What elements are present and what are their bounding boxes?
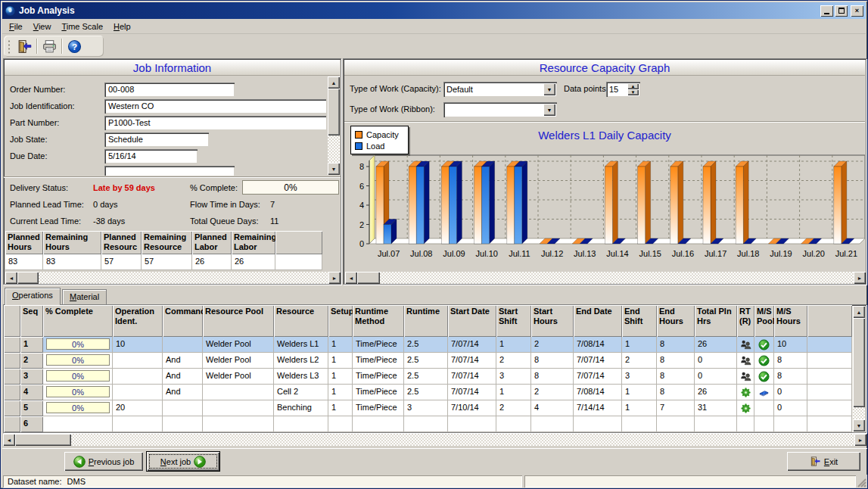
- cell-r1c9[interactable]: 2.5: [404, 337, 448, 353]
- scroll-down-icon[interactable]: ▼: [853, 419, 865, 431]
- ms-hours-cell-3[interactable]: 8: [774, 369, 807, 385]
- cell-r2c6[interactable]: Welders L2: [274, 353, 328, 369]
- cell-r6c7[interactable]: [328, 416, 353, 432]
- cell-r2c5[interactable]: Welder Pool: [203, 353, 274, 369]
- cell-r4c9[interactable]: 2.5: [404, 385, 448, 400]
- cell-r2c15[interactable]: 8: [657, 353, 695, 369]
- cell-r4c13[interactable]: 7/08/14: [574, 385, 622, 400]
- menu-item-view[interactable]: View: [28, 20, 57, 33]
- cell-r6c10[interactable]: [448, 416, 496, 432]
- cell-r6c9[interactable]: [404, 416, 448, 432]
- cell-r2c9[interactable]: 2.5: [404, 353, 448, 369]
- cell-r3c4[interactable]: And: [163, 369, 203, 385]
- cell-r2c12[interactable]: 8: [531, 353, 574, 369]
- rt-icon-cell-5[interactable]: [737, 400, 754, 416]
- cell-r6c16[interactable]: [695, 416, 737, 432]
- cell-r3c8[interactable]: Time/Piece: [353, 369, 404, 385]
- scroll-up-icon[interactable]: ▲: [328, 76, 340, 89]
- cell-r6c4[interactable]: [163, 416, 203, 432]
- col-header-10[interactable]: Start Date: [448, 305, 496, 337]
- cell-r3c3[interactable]: [113, 369, 163, 385]
- cell-r5c15[interactable]: 7: [657, 400, 695, 416]
- cell-r4c15[interactable]: 8: [657, 385, 695, 400]
- cell-r1c16[interactable]: 26: [695, 337, 737, 353]
- cell-r3c13[interactable]: 7/07/14: [574, 369, 622, 385]
- cell-r5c5[interactable]: [203, 400, 274, 416]
- cell-r6c14[interactable]: [622, 416, 657, 432]
- field-input-1[interactable]: 00-008: [104, 83, 235, 97]
- cell-r1c1[interactable]: 1: [20, 337, 43, 353]
- cell-r1c6[interactable]: Welders L1: [274, 337, 328, 353]
- ms-hours-cell-6[interactable]: [774, 416, 807, 432]
- cell-r1c4[interactable]: [163, 337, 203, 353]
- data-points-spinner[interactable]: 15 ▲ ▼: [606, 82, 640, 97]
- ms-hours-cell-5[interactable]: 0: [774, 400, 807, 416]
- menu-item-time-scale[interactable]: Time Scale: [56, 20, 108, 33]
- cell-r5c16[interactable]: 31: [695, 400, 737, 416]
- cell-r2c10[interactable]: 7/07/14: [448, 353, 496, 369]
- row-selector-5[interactable]: [4, 400, 20, 416]
- cell-r3c10[interactable]: 7/07/14: [448, 369, 496, 385]
- col-header-3[interactable]: Operation Ident.: [113, 305, 163, 337]
- col-header-11[interactable]: Start Shift: [496, 305, 531, 337]
- scroll-left-icon[interactable]: ◄: [5, 272, 17, 284]
- cell-r3c7[interactable]: 1: [328, 369, 353, 385]
- job-fields-scrollbar[interactable]: ▲ ▼: [328, 76, 340, 175]
- cell-r6c15[interactable]: [657, 416, 695, 432]
- col-header-15[interactable]: End Hours: [657, 305, 695, 337]
- cell-r6c1[interactable]: 6: [20, 416, 43, 432]
- ms-hours-cell-4[interactable]: 0: [774, 385, 807, 400]
- cell-r1c15[interactable]: 8: [657, 337, 695, 353]
- scroll-left-icon[interactable]: ◄: [345, 272, 357, 284]
- cell-r2c16[interactable]: 0: [695, 353, 737, 369]
- field-input-2[interactable]: Western CO: [104, 99, 326, 114]
- graph-hscrollbar[interactable]: ◄ ►: [345, 272, 866, 284]
- col-header-19[interactable]: M/S Hours: [774, 305, 807, 337]
- type-ribbon-combo[interactable]: ▼: [443, 102, 557, 117]
- scroll-right-icon[interactable]: ►: [328, 272, 341, 284]
- cell-r6c11[interactable]: [496, 416, 531, 432]
- cell-r3c6[interactable]: Welders L3: [274, 369, 328, 385]
- cell-r3c1[interactable]: 3: [20, 369, 43, 385]
- ms-pool-icon-cell-4[interactable]: [754, 385, 774, 400]
- col-header-12[interactable]: Start Hours: [531, 305, 574, 337]
- col-header-4[interactable]: Command: [163, 305, 203, 337]
- cell-r4c16[interactable]: 26: [695, 385, 737, 400]
- col-header-2[interactable]: % Complete: [43, 305, 113, 337]
- cell-r5c11[interactable]: 2: [496, 400, 531, 416]
- grid-vscrollbar[interactable]: ▲ ▼: [853, 306, 865, 431]
- chevron-down-icon[interactable]: ▼: [543, 104, 555, 116]
- ms-hours-cell-2[interactable]: 8: [774, 353, 807, 369]
- cell-r1c14[interactable]: 1: [622, 337, 657, 353]
- menu-item-file[interactable]: File: [4, 20, 28, 33]
- cell-r2c2[interactable]: 0%: [43, 353, 113, 369]
- exit-button[interactable]: Exit: [787, 452, 860, 471]
- cell-r3c16[interactable]: 0: [695, 369, 737, 385]
- close-button[interactable]: ×: [851, 5, 863, 17]
- field-input-4[interactable]: Schedule: [104, 132, 209, 147]
- cell-r4c2[interactable]: 0%: [43, 385, 113, 400]
- scroll-thumb[interactable]: [853, 318, 865, 407]
- ms-pool-icon-cell-2[interactable]: [754, 353, 774, 369]
- cell-r1c12[interactable]: 2: [531, 337, 574, 353]
- cell-r6c8[interactable]: [353, 416, 404, 432]
- spinner-down-icon[interactable]: ▼: [627, 89, 639, 95]
- col-header-8[interactable]: Runtime Method: [353, 305, 404, 337]
- ms-pool-icon-cell-1[interactable]: [754, 337, 774, 353]
- cell-r3c2[interactable]: 0%: [43, 369, 113, 385]
- cell-r3c15[interactable]: 8: [657, 369, 695, 385]
- rt-icon-cell-3[interactable]: [737, 369, 754, 385]
- spinner-up-icon[interactable]: ▲: [627, 83, 639, 89]
- cell-r4c11[interactable]: 1: [496, 385, 531, 400]
- cell-r4c4[interactable]: And: [163, 385, 203, 400]
- ms-hours-cell-1[interactable]: 10: [774, 337, 807, 353]
- cell-r1c8[interactable]: Time/Piece: [353, 337, 404, 353]
- col-header-1[interactable]: Seq: [20, 305, 43, 337]
- cell-r5c4[interactable]: [163, 400, 203, 416]
- col-header-7[interactable]: Setup: [328, 305, 353, 337]
- scroll-thumb[interactable]: [15, 434, 71, 446]
- ms-pool-icon-cell-3[interactable]: [754, 369, 774, 385]
- cell-r1c11[interactable]: 1: [496, 337, 531, 353]
- toolbar-help-button[interactable]: ?: [64, 37, 84, 55]
- cell-r3c5[interactable]: Welder Pool: [203, 369, 274, 385]
